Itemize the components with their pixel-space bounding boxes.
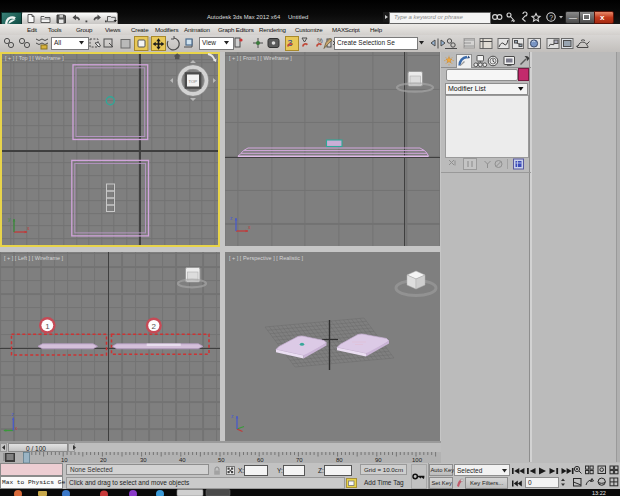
svg-text:2: 2	[152, 322, 157, 331]
svg-text:%: %	[317, 37, 323, 44]
svg-text:z: z	[12, 411, 15, 417]
svg-text:x: x	[248, 224, 251, 230]
svg-text:1: 1	[45, 322, 50, 331]
svg-text:z: z	[231, 413, 234, 419]
svg-text:z: z	[230, 215, 233, 221]
svg-text:x: x	[27, 225, 30, 231]
svg-text:y: y	[8, 216, 11, 222]
svg-text:13:22: 13:22	[592, 490, 606, 496]
svg-text:x: x	[15, 426, 18, 431]
svg-text:TOP: TOP	[189, 79, 198, 84]
svg-text:?: ?	[549, 14, 553, 21]
